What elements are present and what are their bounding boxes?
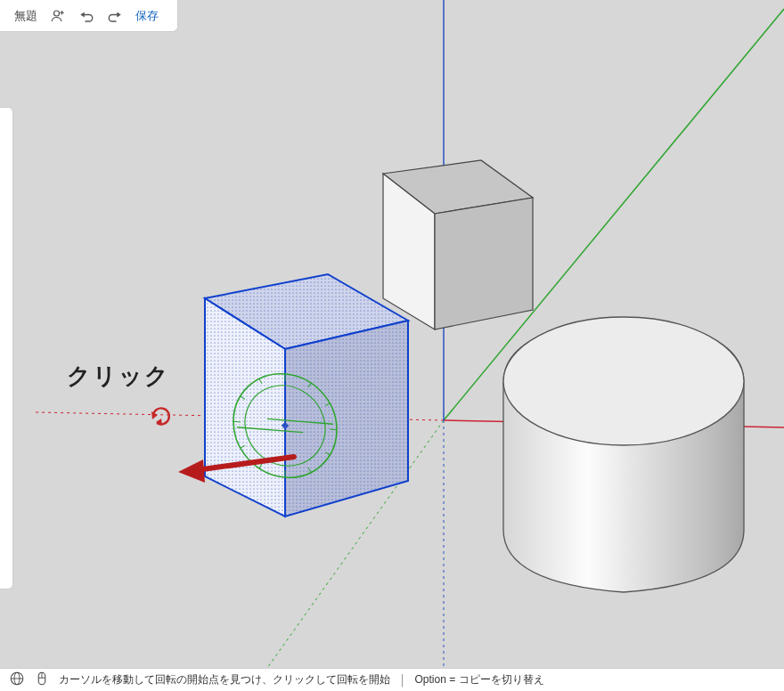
save-button[interactable]: 保存 bbox=[132, 0, 162, 31]
svg-marker-19 bbox=[285, 321, 408, 516]
top-toolbar: 無題 保存 bbox=[0, 0, 178, 32]
cube-back[interactable] bbox=[383, 160, 533, 329]
annotation-click-label: クリック bbox=[67, 361, 170, 392]
svg-point-10 bbox=[503, 317, 744, 445]
mouse-icon bbox=[34, 671, 50, 687]
cylinder[interactable] bbox=[503, 317, 744, 592]
mouse-indicator bbox=[34, 671, 50, 689]
viewport-3d[interactable] bbox=[0, 0, 784, 668]
add-user-button[interactable] bbox=[46, 0, 69, 31]
undo-button[interactable] bbox=[75, 0, 98, 31]
user-plus-icon bbox=[50, 8, 66, 24]
redo-button[interactable] bbox=[103, 0, 127, 31]
status-hint: カーソルを移動して回転の開始点を見つけ、クリックして回転を開始 bbox=[59, 672, 390, 687]
status-bar: カーソルを移動して回転の開始点を見つけ、クリックして回転を開始 │ Option… bbox=[0, 668, 784, 691]
svg-line-27 bbox=[330, 429, 337, 430]
cube-selected[interactable] bbox=[205, 274, 408, 516]
status-option-hint: Option = コピーを切り替え bbox=[415, 672, 544, 687]
language-button[interactable] bbox=[9, 671, 25, 689]
svg-line-26 bbox=[233, 421, 241, 422]
globe-icon bbox=[9, 671, 25, 687]
status-separator: │ bbox=[399, 674, 406, 687]
svg-marker-9 bbox=[435, 198, 533, 329]
redo-icon bbox=[107, 8, 123, 24]
svg-marker-45 bbox=[117, 12, 121, 17]
svg-marker-44 bbox=[80, 12, 85, 17]
undo-icon bbox=[78, 8, 94, 24]
svg-point-41 bbox=[54, 11, 60, 16]
document-title[interactable]: 無題 bbox=[11, 0, 41, 31]
left-toolbar-cropped[interactable] bbox=[0, 107, 13, 589]
